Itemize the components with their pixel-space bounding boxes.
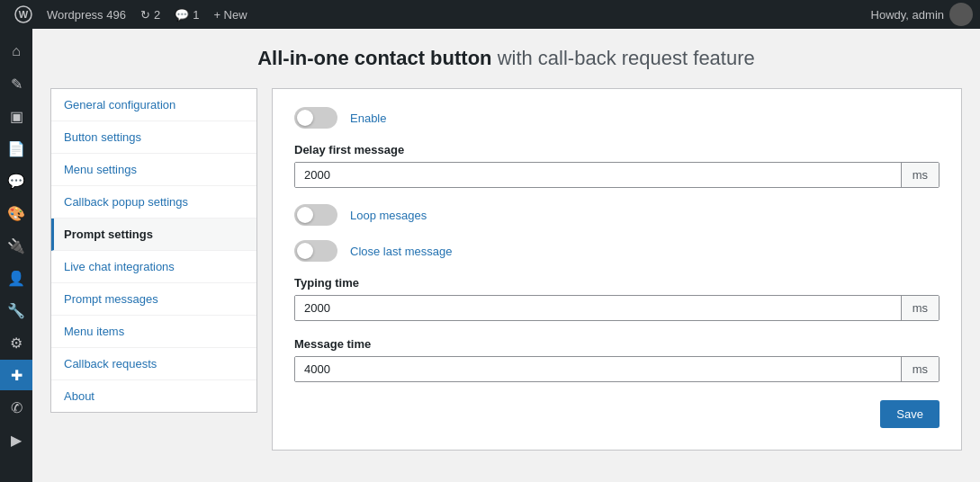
left-nav: General configuration Button settings Me… <box>50 88 257 413</box>
posts-icon[interactable]: ✎ <box>0 68 32 99</box>
loop-messages-label: Loop mesages <box>350 209 427 222</box>
new-button[interactable]: + New <box>206 0 254 29</box>
tools-icon[interactable]: 🔧 <box>0 295 32 326</box>
nav-callback-popup-settings[interactable]: Callback popup settings <box>51 186 256 219</box>
typing-time-addon: ms <box>901 296 939 320</box>
nav-prompt-messages[interactable]: Prompt messages <box>51 283 256 316</box>
dashboard-icon[interactable]: ⌂ <box>0 36 32 67</box>
nav-about[interactable]: About <box>51 380 256 412</box>
close-last-message-toggle[interactable] <box>294 240 337 262</box>
typing-time-input[interactable] <box>295 296 901 320</box>
howdy-text: Howdy, admin <box>871 3 973 26</box>
updates-button[interactable]: ↻ 2 <box>133 0 167 29</box>
nav-menu-settings[interactable]: Menu settings <box>51 154 256 186</box>
typing-time-input-wrapper: ms <box>294 295 940 321</box>
nav-button-settings[interactable]: Button settings <box>51 121 256 154</box>
message-time-input-wrapper: ms <box>294 356 940 382</box>
close-last-message-label: Close last message <box>350 245 452 258</box>
message-time-input[interactable] <box>295 357 901 381</box>
loop-messages-toggle[interactable] <box>294 204 337 226</box>
enable-label: Enable <box>350 112 386 125</box>
comments-button[interactable]: 💬 1 <box>167 0 206 29</box>
page-title: All-in-one contact button with call-back… <box>50 47 962 70</box>
close-last-message-row: Close last message <box>294 240 940 262</box>
loop-messages-row: Loop mesages <box>294 204 940 226</box>
delay-first-message-group: Delay first message ms <box>294 143 940 188</box>
delay-first-message-input-wrapper: ms <box>294 162 940 188</box>
svg-text:W: W <box>19 9 29 20</box>
nav-callback-requests[interactable]: Callback requests <box>51 348 256 380</box>
delay-first-message-label: Delay first message <box>294 143 940 156</box>
media-icon[interactable]: ▣ <box>0 101 32 131</box>
delay-first-message-input[interactable] <box>295 163 901 187</box>
pages-icon[interactable]: 📄 <box>0 133 32 164</box>
message-time-group: Message time ms <box>294 337 940 382</box>
settings-icon[interactable]: ⚙ <box>0 327 32 358</box>
users-icon[interactable]: 👤 <box>0 263 32 293</box>
save-button[interactable]: Save <box>880 400 940 428</box>
message-time-label: Message time <box>294 337 940 351</box>
nav-general-configuration[interactable]: General configuration <box>51 89 256 121</box>
phone-icon[interactable]: ✆ <box>0 392 32 423</box>
nav-live-chat-integrations[interactable]: Live chat integrations <box>51 251 256 283</box>
comments-icon[interactable]: 💬 <box>0 165 32 196</box>
settings-panel: Enable Delay first message ms Loop mesag… <box>272 88 962 451</box>
sidebar: ⌂ ✎ ▣ 📄 💬 🎨 🔌 👤 🔧 ⚙ ✚ ✆ ▶ <box>0 29 32 482</box>
circle-icon[interactable]: ▶ <box>0 424 32 455</box>
content-area: General configuration Button settings Me… <box>50 88 962 451</box>
typing-time-group: Typing time ms <box>294 276 940 321</box>
wp-logo-button[interactable]: W <box>7 0 40 29</box>
message-time-addon: ms <box>901 357 939 381</box>
nav-menu-items[interactable]: Menu items <box>51 316 256 348</box>
avatar <box>949 3 973 26</box>
site-name[interactable]: Wordpress 496 <box>40 0 133 29</box>
enable-toggle[interactable] <box>294 107 337 129</box>
appearance-icon[interactable]: 🎨 <box>0 198 32 228</box>
admin-bar: W Wordpress 496 ↻ 2 💬 1 + New Howdy, adm… <box>0 0 980 29</box>
main-wrapper: All-in-one contact button with call-back… <box>32 29 980 482</box>
save-row: Save <box>294 400 940 428</box>
plugins-icon[interactable]: 🔌 <box>0 230 32 261</box>
contact-icon[interactable]: ✚ <box>0 360 32 390</box>
nav-prompt-settings[interactable]: Prompt settings <box>51 219 256 251</box>
delay-first-message-addon: ms <box>901 163 939 187</box>
enable-row: Enable <box>294 107 940 129</box>
typing-time-label: Typing time <box>294 276 940 290</box>
